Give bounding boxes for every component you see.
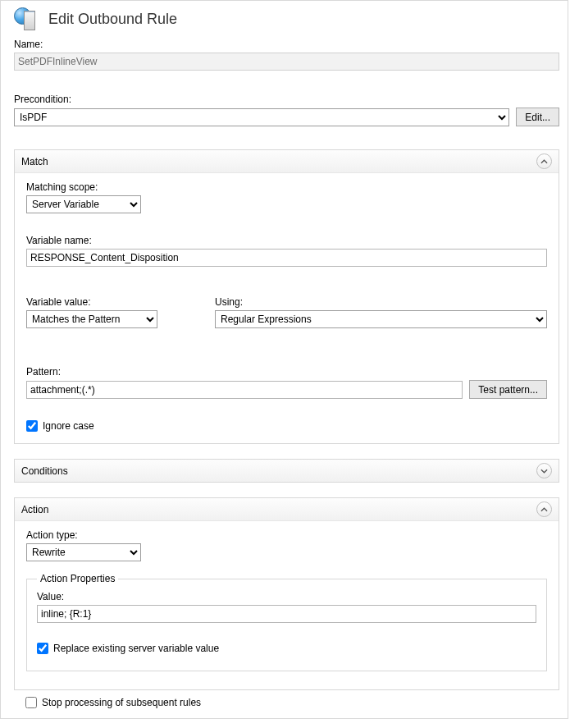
using-select[interactable]: Regular Expressions bbox=[215, 310, 547, 328]
name-label: Name: bbox=[14, 39, 559, 50]
section-action-header[interactable]: Action bbox=[15, 498, 559, 521]
variable-name-label: Variable name: bbox=[26, 235, 547, 246]
iis-rule-icon bbox=[14, 6, 40, 32]
matching-scope-label: Matching scope: bbox=[26, 181, 547, 193]
page-body: Name: Precondition: IsPDF Edit... Match bbox=[1, 35, 568, 708]
edit-outbound-rule-page: Edit Outbound Rule Name: Precondition: I… bbox=[0, 0, 568, 719]
name-field: Name: bbox=[14, 39, 559, 71]
chevron-up-icon bbox=[536, 501, 552, 517]
ignore-case-checkbox[interactable] bbox=[26, 420, 38, 432]
action-properties-group: Action Properties Value: Replace existin… bbox=[26, 573, 547, 671]
pattern-input[interactable] bbox=[26, 381, 463, 399]
action-properties-title: Action Properties bbox=[37, 573, 118, 584]
action-type-label: Action type: bbox=[26, 529, 547, 541]
test-pattern-button[interactable]: Test pattern... bbox=[469, 380, 547, 399]
variable-value-select[interactable]: Matches the Pattern bbox=[26, 310, 157, 328]
section-action: Action Action type: Rewrite Action Prope… bbox=[14, 497, 559, 690]
page-header: Edit Outbound Rule bbox=[1, 1, 568, 35]
variable-name-input[interactable] bbox=[26, 249, 547, 267]
matching-scope-select[interactable]: Server Variable bbox=[26, 195, 141, 213]
precondition-label: Precondition: bbox=[14, 94, 559, 105]
replace-variable-checkbox[interactable] bbox=[37, 643, 48, 654]
section-conditions: Conditions bbox=[14, 459, 559, 483]
action-type-select[interactable]: Rewrite bbox=[26, 543, 141, 561]
page-title: Edit Outbound Rule bbox=[48, 11, 177, 28]
pattern-label: Pattern: bbox=[26, 366, 547, 378]
chevron-up-icon bbox=[536, 153, 552, 169]
section-match-title: Match bbox=[21, 156, 48, 167]
precondition-edit-button[interactable]: Edit... bbox=[516, 108, 559, 126]
using-label: Using: bbox=[215, 296, 547, 308]
chevron-down-icon bbox=[536, 463, 552, 478]
section-conditions-header[interactable]: Conditions bbox=[15, 460, 559, 482]
replace-variable-label: Replace existing server variable value bbox=[53, 643, 219, 654]
variable-value-label: Variable value: bbox=[26, 296, 182, 308]
precondition-field: Precondition: IsPDF Edit... bbox=[14, 94, 559, 126]
section-action-title: Action bbox=[21, 504, 48, 515]
action-value-input[interactable] bbox=[37, 605, 536, 623]
section-conditions-title: Conditions bbox=[21, 465, 68, 477]
action-value-label: Value: bbox=[37, 591, 536, 602]
name-input bbox=[14, 53, 559, 71]
ignore-case-label: Ignore case bbox=[43, 420, 94, 432]
precondition-select[interactable]: IsPDF bbox=[14, 108, 509, 126]
section-match: Match Matching scope: Server Variable Va… bbox=[14, 149, 559, 444]
stop-processing-label: Stop processing of subsequent rules bbox=[42, 697, 201, 708]
stop-processing-checkbox[interactable] bbox=[25, 697, 37, 708]
section-match-header[interactable]: Match bbox=[15, 150, 559, 173]
